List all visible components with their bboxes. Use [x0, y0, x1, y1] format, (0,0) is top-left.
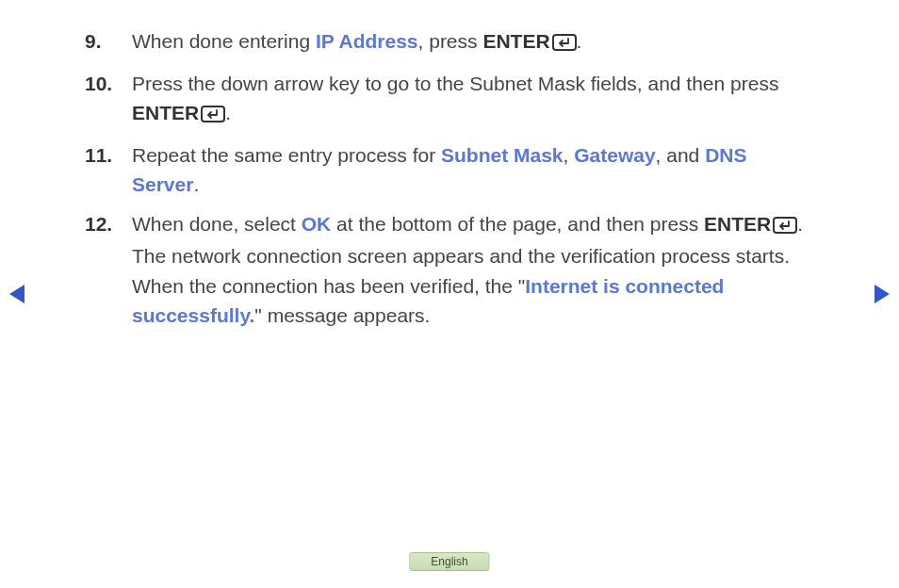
- text-segment: , press: [418, 30, 483, 52]
- text-segment: When done, select: [132, 213, 302, 235]
- bold-term: ENTER: [482, 30, 549, 52]
- list-item: 12.When done, select OK at the bottom of…: [85, 209, 814, 331]
- text-segment: , and: [656, 144, 706, 166]
- svg-rect-1: [202, 106, 224, 122]
- step-number: 11.: [85, 140, 132, 200]
- step-body: Repeat the same entry process for Subnet…: [132, 140, 814, 200]
- list-item: 9.When done entering IP Address, press E…: [85, 26, 814, 59]
- enter-key-icon: [201, 101, 225, 131]
- text-segment: Repeat the same entry process for: [132, 144, 441, 166]
- text-segment: .: [225, 102, 231, 123]
- highlight-term: IP Address: [316, 30, 418, 52]
- highlight-term: Gateway: [574, 144, 655, 166]
- text-segment: ,: [564, 144, 575, 166]
- step-body: Press the down arrow key to go to the Su…: [132, 69, 814, 131]
- text-segment: " message appears.: [254, 304, 430, 326]
- step-number: 12.: [85, 209, 132, 331]
- instruction-list: 9.When done entering IP Address, press E…: [0, 0, 899, 331]
- bold-term: ENTER: [704, 213, 771, 235]
- text-segment: .: [577, 30, 582, 52]
- previous-page-button[interactable]: [8, 283, 26, 309]
- enter-key-icon: [552, 29, 577, 59]
- svg-rect-2: [774, 218, 796, 233]
- text-segment: at the bottom of the page, and then pres…: [331, 213, 704, 235]
- svg-marker-3: [9, 285, 25, 303]
- step-number: 10.: [85, 69, 132, 131]
- list-item: 11.Repeat the same entry process for Sub…: [85, 140, 814, 200]
- highlight-term: Subnet Mask: [441, 144, 564, 166]
- triangle-left-icon: [8, 283, 26, 305]
- svg-marker-4: [874, 285, 890, 303]
- list-item: 10.Press the down arrow key to go to the…: [85, 69, 814, 131]
- text-segment: Press the down arrow key to go to the Su…: [132, 73, 778, 94]
- language-label: English: [431, 555, 467, 568]
- step-number: 9.: [85, 26, 132, 59]
- svg-rect-0: [553, 35, 576, 50]
- language-badge[interactable]: English: [409, 552, 489, 571]
- step-body: When done entering IP Address, press ENT…: [132, 26, 814, 59]
- bold-term: ENTER: [132, 102, 199, 123]
- triangle-right-icon: [873, 283, 891, 305]
- step-body: When done, select OK at the bottom of th…: [132, 209, 814, 331]
- text-segment: When done entering: [132, 30, 316, 52]
- highlight-term: OK: [302, 213, 332, 235]
- enter-key-icon: [773, 212, 797, 242]
- next-page-button[interactable]: [873, 283, 891, 309]
- text-segment: .: [193, 173, 199, 195]
